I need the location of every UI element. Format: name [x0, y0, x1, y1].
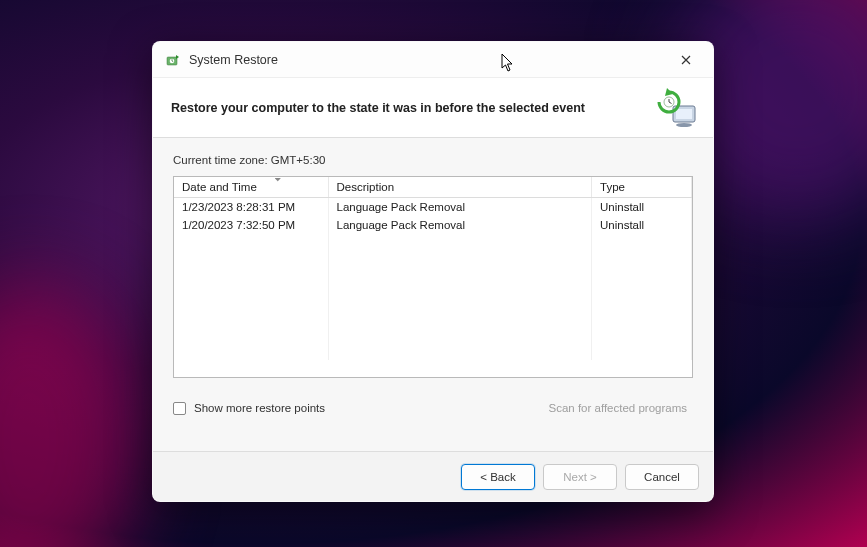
sort-descending-icon: ⏷ [274, 176, 282, 184]
system-restore-dialog: System Restore Restore your computer to … [152, 41, 714, 502]
close-button[interactable] [669, 46, 703, 74]
svg-point-4 [676, 123, 692, 127]
column-header-label: Date and Time [182, 181, 257, 193]
timezone-label: Current time zone: GMT+5:30 [173, 154, 693, 166]
cell-type: Uninstall [592, 198, 692, 216]
restore-points-table[interactable]: Date and Time ⏷ Description Type 1/23/20… [173, 176, 693, 378]
show-more-checkbox[interactable] [173, 402, 186, 415]
banner: Restore your computer to the state it wa… [153, 78, 713, 138]
cell-type: Uninstall [592, 216, 692, 234]
column-header-description[interactable]: Description [328, 177, 592, 198]
titlebar: System Restore [153, 42, 713, 78]
table-row[interactable]: 1/20/2023 7:32:50 PM Language Pack Remov… [174, 216, 692, 234]
footer: < Back Next > Cancel [153, 451, 713, 501]
column-header-label: Description [337, 181, 395, 193]
system-restore-icon [165, 52, 181, 68]
back-button[interactable]: < Back [461, 464, 535, 490]
restore-hero-icon [655, 88, 699, 128]
column-header-label: Type [600, 181, 625, 193]
column-header-type[interactable]: Type [592, 177, 692, 198]
content-area: Current time zone: GMT+5:30 Date and Tim… [153, 138, 713, 451]
banner-heading: Restore your computer to the state it wa… [171, 101, 585, 115]
cancel-button[interactable]: Cancel [625, 464, 699, 490]
below-table-row: Show more restore points Scan for affect… [173, 398, 693, 418]
cell-description: Language Pack Removal [328, 198, 592, 216]
cell-datetime: 1/23/2023 8:28:31 PM [174, 198, 328, 216]
next-button[interactable]: Next > [543, 464, 617, 490]
cell-description: Language Pack Removal [328, 216, 592, 234]
cell-datetime: 1/20/2023 7:32:50 PM [174, 216, 328, 234]
svg-rect-3 [676, 109, 692, 119]
column-header-datetime[interactable]: Date and Time ⏷ [174, 177, 328, 198]
scan-affected-button[interactable]: Scan for affected programs [543, 398, 694, 418]
window-title: System Restore [189, 53, 669, 67]
show-more-label: Show more restore points [194, 402, 325, 414]
table-row[interactable]: 1/23/2023 8:28:31 PM Language Pack Remov… [174, 198, 692, 216]
